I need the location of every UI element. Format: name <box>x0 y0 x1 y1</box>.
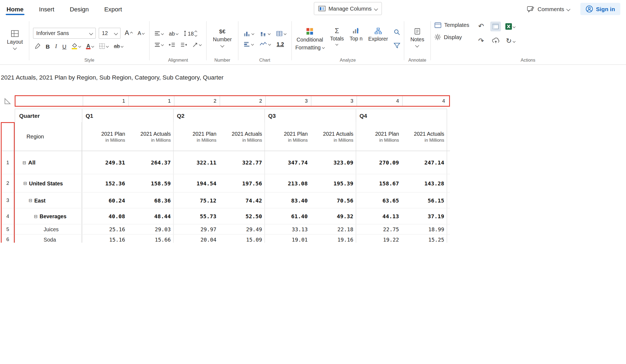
increase-indent-button[interactable] <box>180 41 189 48</box>
comments-button[interactable]: Comments <box>527 5 570 12</box>
value-cell[interactable]: 55.73 <box>173 208 219 224</box>
search-button[interactable] <box>394 29 400 37</box>
value-cell[interactable]: 29.49 <box>219 224 265 234</box>
value-cell[interactable]: 19.01 <box>265 235 310 243</box>
pane-toggle-button[interactable] <box>490 22 501 31</box>
layout-button[interactable]: Layout <box>5 29 26 51</box>
manage-columns-button[interactable]: Manage Columns <box>314 2 382 15</box>
row-number-cell[interactable]: 1 <box>1 151 15 174</box>
undo-button[interactable]: ↶ <box>478 23 484 30</box>
notes-button[interactable]: Notes <box>408 26 427 48</box>
measure-header-cell[interactable]: 2021 Actualsin Millions <box>128 122 173 151</box>
table-row[interactable]: 4⊟Beverages40.0848.4455.7352.5061.4049.3… <box>1 208 450 224</box>
font-color-button[interactable]: A <box>85 43 95 50</box>
text-orientation-button[interactable] <box>191 41 203 48</box>
value-cell[interactable]: 63.65 <box>356 193 402 208</box>
quarter-cell[interactable]: Q3 <box>265 109 356 122</box>
vertical-align-button[interactable] <box>154 41 165 48</box>
sign-in-button[interactable]: Sign in <box>580 3 620 15</box>
region-header-cell[interactable]: Region <box>15 122 82 151</box>
sparkline-button[interactable] <box>258 41 272 47</box>
value-cell[interactable]: 37.19 <box>402 208 447 224</box>
column-number-cell[interactable]: 4 <box>357 96 403 106</box>
collapse-icon[interactable]: ⊟ <box>34 214 38 219</box>
totals-button[interactable]: Σ Totals <box>330 27 344 45</box>
quarter-cell[interactable]: Q2 <box>173 109 265 122</box>
value-cell[interactable]: 61.40 <box>265 208 310 224</box>
column-number-cell[interactable]: 1 <box>129 96 174 106</box>
value-cell[interactable]: 49.32 <box>310 208 356 224</box>
templates-button[interactable]: Templates <box>434 22 469 28</box>
display-button[interactable]: Display <box>434 34 469 40</box>
column-number-cell[interactable]: 4 <box>403 96 448 106</box>
tab-export[interactable]: Export <box>104 1 123 17</box>
value-cell[interactable]: 22.18 <box>310 224 356 234</box>
measure-header-cell[interactable]: 2021 Actualsin Millions <box>310 122 356 151</box>
horizontal-align-button[interactable] <box>154 30 165 37</box>
value-cell[interactable]: 247.14 <box>402 151 447 174</box>
row-label-cell[interactable]: ⊟Beverages <box>15 208 82 224</box>
row-number-cell[interactable]: 5 <box>1 224 15 234</box>
strikethrough-button[interactable]: ab <box>113 42 124 50</box>
row-height-control[interactable]: 18 <box>182 30 198 37</box>
collapse-icon[interactable]: ⊟ <box>29 198 32 203</box>
value-cell[interactable]: 74.42 <box>219 193 265 208</box>
number-format-button[interactable]: $€ Number <box>211 26 234 48</box>
column-number-cell[interactable]: 1 <box>83 96 129 106</box>
value-cell[interactable]: 15.25 <box>402 235 447 243</box>
quarter-header-cell[interactable]: Quarter <box>15 109 82 122</box>
value-cell[interactable]: 322.77 <box>219 151 265 174</box>
redo-button[interactable]: ↷ <box>478 38 484 45</box>
measure-header-cell[interactable]: 2021 Actualsin Millions <box>219 122 265 151</box>
value-cell[interactable]: 322.11 <box>173 151 219 174</box>
collapse-icon[interactable]: ⊟ <box>23 160 26 165</box>
measure-header-cell[interactable]: 2021 Planin Millions <box>265 122 310 151</box>
measure-header-cell[interactable]: 2021 Actualsin Millions <box>402 122 447 151</box>
underline-button[interactable]: U <box>61 42 68 50</box>
row-height-spinner[interactable] <box>195 31 197 36</box>
increase-font-button[interactable]: A <box>124 29 134 37</box>
table-row[interactable]: 1⊟All249.31264.37322.11322.77347.74323.0… <box>1 151 450 175</box>
value-cell[interactable]: 83.40 <box>265 193 310 208</box>
value-cell[interactable]: 195.39 <box>310 174 356 192</box>
value-cell[interactable]: 194.54 <box>173 174 219 192</box>
measure-header-cell[interactable]: 2021 Planin Millions <box>173 122 219 151</box>
column-number-cell[interactable]: 2 <box>174 96 220 106</box>
value-cell[interactable]: 264.37 <box>128 151 173 174</box>
wrap-text-button[interactable]: ab <box>168 30 179 37</box>
table-chart-button[interactable] <box>274 31 287 37</box>
tab-home[interactable]: Home <box>6 1 24 17</box>
value-cell[interactable]: 143.28 <box>402 174 447 192</box>
value-cell[interactable]: 158.59 <box>128 174 173 192</box>
borders-button[interactable] <box>98 42 110 50</box>
tab-insert[interactable]: Insert <box>38 1 55 17</box>
value-cell[interactable]: 18.99 <box>402 224 447 234</box>
quarter-cell[interactable]: Q4 <box>356 109 447 122</box>
row-label-cell[interactable]: ⊟United States <box>15 174 82 192</box>
value-cell[interactable]: 33.13 <box>265 224 310 234</box>
value-cell[interactable]: 347.74 <box>265 151 310 174</box>
decrease-font-button[interactable]: A <box>136 29 146 37</box>
value-cell[interactable]: 29.03 <box>128 224 173 234</box>
quarter-cell[interactable]: Q1 <box>82 109 173 122</box>
row-label-cell[interactable]: Juices <box>15 224 82 234</box>
tab-design[interactable]: Design <box>69 1 90 17</box>
value-cell[interactable]: 25.16 <box>82 224 128 234</box>
select-all-corner[interactable] <box>1 95 15 107</box>
value-cell[interactable]: 15.66 <box>128 235 173 243</box>
value-cell[interactable]: 70.56 <box>310 193 356 208</box>
column-number-cell[interactable]: 3 <box>266 96 311 106</box>
explorer-button[interactable]: Explorer <box>368 27 388 42</box>
value-cell[interactable]: 52.50 <box>219 208 265 224</box>
column-number-cell[interactable]: 3 <box>311 96 357 106</box>
top-n-button[interactable]: Top n <box>350 27 363 41</box>
stacked-chart-button[interactable] <box>258 30 272 37</box>
filter-button[interactable] <box>394 43 400 50</box>
row-label-cell[interactable]: ⊟All <box>15 151 82 174</box>
value-cell[interactable]: 44.13 <box>356 208 402 224</box>
value-cell[interactable]: 152.36 <box>82 174 128 192</box>
font-name-select[interactable]: Inforiver Sans <box>33 27 96 39</box>
row-label-cell[interactable]: Soda <box>15 235 82 243</box>
value-cell[interactable]: 249.31 <box>82 151 128 174</box>
decimal-places-button[interactable]: 1.2 <box>275 40 286 48</box>
